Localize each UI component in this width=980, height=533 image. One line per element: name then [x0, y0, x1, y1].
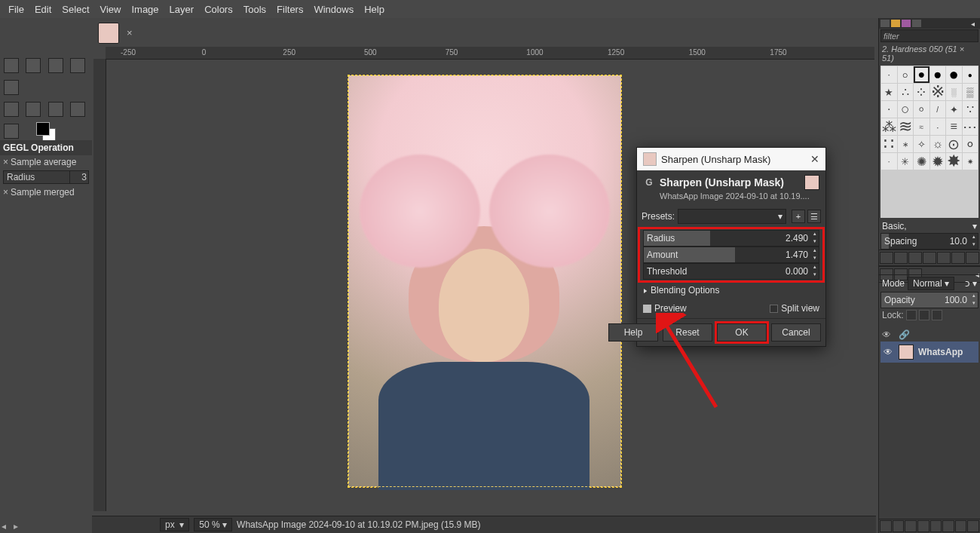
- menu-windows[interactable]: Windows: [308, 4, 359, 15]
- brush-cell[interactable]: ✹: [930, 153, 946, 170]
- unit-select[interactable]: px ▾: [160, 518, 189, 531]
- brush-cell[interactable]: ✺: [914, 153, 929, 170]
- layer-mask-icon[interactable]: [955, 520, 967, 532]
- tool-select-rect[interactable]: [4, 58, 19, 73]
- zoom-select[interactable]: 50 % ▾: [194, 518, 232, 531]
- preset-manage-button[interactable]: ☰: [807, 210, 821, 223]
- tool-select-free[interactable]: [26, 58, 41, 73]
- brush-cell[interactable]: ·: [881, 101, 897, 118]
- ok-button[interactable]: OK: [717, 323, 767, 342]
- dock-arrows[interactable]: ◂ ▸: [2, 521, 18, 531]
- brush-cell[interactable]: ⁂: [881, 118, 897, 135]
- brush-filter-input[interactable]: filter: [880, 29, 978, 42]
- brush-cell[interactable]: ∙: [881, 153, 897, 170]
- spin-up-icon[interactable]: ▴: [811, 247, 819, 255]
- brush-cell[interactable]: ●: [946, 66, 962, 83]
- layer-name[interactable]: WhatsApp: [918, 347, 963, 357]
- param-radius[interactable]: Radius 2.490 ▴▾: [643, 230, 819, 247]
- brush-cell[interactable]: /: [930, 101, 946, 118]
- brush-cell[interactable]: ·: [881, 66, 897, 83]
- opt-sample-average[interactable]: ×Sample average: [0, 155, 92, 169]
- spin-up-icon[interactable]: ▴: [811, 264, 819, 271]
- brush-cell[interactable]: ●: [963, 66, 978, 83]
- brush-cell[interactable]: ●: [930, 66, 946, 83]
- tool-pencil[interactable]: [70, 102, 85, 117]
- brush-cell[interactable]: ✷: [963, 153, 978, 170]
- menu-help[interactable]: Help: [359, 4, 390, 15]
- tab-2[interactable]: [891, 20, 900, 27]
- brush-menu-icon[interactable]: [966, 252, 979, 264]
- chevron-down-icon[interactable]: ▾: [972, 221, 977, 231]
- tool-transform[interactable]: [4, 80, 19, 95]
- opt-radius[interactable]: Radius 3: [3, 170, 89, 184]
- lock-alpha-icon[interactable]: [932, 310, 942, 320]
- tab-1[interactable]: [880, 20, 890, 27]
- spin-down-icon[interactable]: ▾: [811, 238, 819, 246]
- brush-cell[interactable]: ※: [930, 84, 946, 100]
- menu-layer[interactable]: Layer: [164, 4, 200, 15]
- brush-cell[interactable]: ✧: [914, 136, 929, 152]
- brush-name[interactable]: Basic,: [882, 221, 907, 231]
- brush-grid[interactable]: ·○●●●●★∴⁘※░▒·○◦/✦∵⁂≋≈·≡⋯∷∗✧☼⊙∘∙✳✺✹✸✷: [880, 66, 978, 218]
- tool-crop[interactable]: [70, 58, 85, 73]
- layer-up-icon[interactable]: [905, 520, 917, 532]
- presets-select[interactable]: ▾: [678, 209, 786, 224]
- canvas-image[interactable]: [348, 75, 621, 487]
- splitview-checkbox[interactable]: [770, 305, 778, 313]
- layer-actions[interactable]: [879, 519, 980, 533]
- brush-cell[interactable]: ∷: [881, 136, 897, 152]
- preset-add-button[interactable]: +: [792, 210, 805, 223]
- brush-cell[interactable]: ○: [898, 101, 914, 118]
- tab-3[interactable]: [902, 20, 911, 27]
- brush-cell[interactable]: ☼: [930, 136, 946, 152]
- fg-color[interactable]: [36, 122, 50, 136]
- brush-dup-icon[interactable]: [908, 252, 922, 264]
- menu-edit[interactable]: Edit: [29, 4, 57, 15]
- tab-4[interactable]: [912, 20, 921, 27]
- layer-dup-icon[interactable]: [930, 520, 942, 532]
- brush-open-icon[interactable]: [951, 252, 965, 264]
- cancel-button[interactable]: Cancel: [771, 323, 821, 342]
- brush-spacing[interactable]: Spacing 10.0 ▴▾: [880, 233, 978, 250]
- brush-cell[interactable]: ∘: [963, 136, 978, 152]
- arrow-left-icon[interactable]: ◂: [2, 521, 6, 531]
- menu-image[interactable]: Image: [126, 4, 164, 15]
- brush-cell[interactable]: ⊙: [946, 136, 962, 152]
- blending-options[interactable]: ▸Blending Options: [637, 282, 825, 299]
- menu-tools[interactable]: Tools: [238, 4, 271, 15]
- menu-select[interactable]: Select: [57, 4, 94, 15]
- brush-edit-icon[interactable]: [880, 252, 893, 264]
- opt-sample-merged[interactable]: ×Sample merged: [0, 185, 92, 199]
- tool-eraser[interactable]: [4, 124, 19, 139]
- help-button[interactable]: Help: [608, 323, 658, 342]
- brush-cell[interactable]: ✳: [898, 153, 914, 170]
- layer-opacity[interactable]: Opacity 100.0 ▴▾: [880, 292, 978, 308]
- tool-select-fuzzy[interactable]: [48, 58, 63, 73]
- menu-colors[interactable]: Colors: [199, 4, 238, 15]
- preview-checkbox[interactable]: [643, 305, 651, 313]
- tabs-menu-icon[interactable]: ◂: [971, 20, 978, 27]
- brush-cell[interactable]: ●: [914, 66, 929, 83]
- spin-down-icon[interactable]: ▾: [811, 271, 819, 279]
- brush-cell[interactable]: ·: [930, 118, 946, 135]
- layer-merge-icon[interactable]: [942, 520, 954, 532]
- brush-refresh-icon[interactable]: [937, 252, 951, 264]
- brush-cell[interactable]: ░: [946, 84, 962, 100]
- layer-new-icon[interactable]: [880, 520, 892, 532]
- menu-file[interactable]: File: [3, 4, 29, 15]
- brush-cell[interactable]: ★: [881, 84, 897, 100]
- layer-delete-icon[interactable]: [967, 520, 979, 532]
- brush-cell[interactable]: ≋: [898, 118, 914, 135]
- brush-cell[interactable]: ✸: [946, 153, 962, 170]
- brush-cell[interactable]: ▒: [963, 84, 978, 100]
- menu-filters[interactable]: Filters: [271, 4, 308, 15]
- menu-view[interactable]: View: [95, 4, 127, 15]
- lock-position-icon[interactable]: [919, 310, 929, 320]
- param-amount[interactable]: Amount 1.470 ▴▾: [643, 247, 819, 263]
- tool-bucket[interactable]: [26, 102, 41, 117]
- brush-cell[interactable]: ≈: [914, 118, 929, 135]
- brush-cell[interactable]: ⁘: [914, 84, 929, 100]
- brush-cell[interactable]: ∴: [898, 84, 914, 100]
- tab-close-icon[interactable]: ×: [127, 27, 133, 38]
- layer-down-icon[interactable]: [917, 520, 929, 532]
